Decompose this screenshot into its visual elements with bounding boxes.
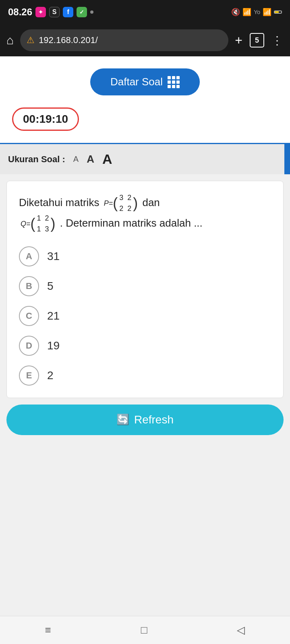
option-a[interactable]: A 31 <box>19 246 271 266</box>
signal-icon: Yo <box>254 9 260 15</box>
mute-icon: 🔇 <box>231 8 240 17</box>
tabs-button[interactable]: 5 <box>250 33 264 47</box>
status-left: 08.26 ✦ S f ✓ <box>8 6 93 18</box>
option-d-text: 19 <box>47 339 60 352</box>
font-size-medium-button[interactable]: A <box>87 153 94 165</box>
url-bar[interactable]: ⚠ 192.168.0.201/ <box>20 29 228 51</box>
option-b-circle: B <box>19 276 39 296</box>
new-tab-button[interactable]: + <box>235 33 242 48</box>
question-card: Diketahui matriks P= ( 3 2 2 2 ) dan Q= … <box>6 181 284 398</box>
refresh-button[interactable]: 🔄 Refresh <box>6 405 284 435</box>
nav-home-button[interactable]: □ <box>141 624 147 636</box>
green-icon: ✓ <box>77 7 87 17</box>
font-size-label: Ukuran Soal : <box>8 154 65 165</box>
option-a-circle: A <box>19 246 39 266</box>
nav-back-button[interactable]: ◁ <box>237 624 245 636</box>
matrix-p-right-bracket: ) <box>133 196 138 211</box>
font-size-bar-wrapper: Ukuran Soal : A A A <box>0 143 290 174</box>
daftar-soal-button[interactable]: Daftar Soal <box>90 68 200 95</box>
option-e-text: 2 <box>47 369 54 382</box>
option-a-text: 31 <box>47 250 60 263</box>
matrix-p-left-bracket: ( <box>113 196 118 211</box>
nav-menu-button[interactable]: ≡ <box>45 624 51 636</box>
menu-button[interactable]: ⋮ <box>271 34 284 47</box>
option-c-circle: C <box>19 306 39 326</box>
wifi-icon: 📶 <box>242 8 251 17</box>
bottom-nav: ≡ □ ◁ <box>0 616 290 644</box>
grid-icon <box>168 76 180 88</box>
browser-bar: ⌂ ⚠ 192.168.0.201/ + 5 ⋮ <box>0 24 290 56</box>
options-list: A 31 B 5 C 21 D 19 E 2 <box>19 246 271 386</box>
s-icon: S <box>49 7 60 17</box>
matrix-p-label: P= <box>104 197 113 210</box>
refresh-icon: 🔄 <box>116 413 129 426</box>
option-d-circle: D <box>19 336 39 356</box>
refresh-label: Refresh <box>134 413 174 426</box>
status-time: 08.26 <box>8 6 32 18</box>
question-suffix: . Determinan matriks adalah ... <box>60 217 203 229</box>
matrix-q-right-bracket: ) <box>51 217 56 231</box>
font-size-large-button[interactable]: A <box>102 151 112 167</box>
daftar-soal-label: Daftar Soal <box>110 76 163 88</box>
pink-app-icon: ✦ <box>35 7 46 17</box>
home-button[interactable]: ⌂ <box>6 33 14 47</box>
status-right: 🔇 📶 Yo 📶 <box>231 8 282 17</box>
matrix-q-left-bracket: ( <box>31 217 35 231</box>
option-b-text: 5 <box>47 280 54 293</box>
matrix-p-content: 3 2 2 2 <box>118 193 133 214</box>
matrix-q-content: 1 2 1 3 <box>35 214 51 234</box>
option-d[interactable]: D 19 <box>19 336 271 356</box>
warning-icon: ⚠ <box>27 35 35 45</box>
url-text: 192.168.0.201/ <box>39 35 98 45</box>
matrix-p: P= ( 3 2 2 2 ) <box>104 193 138 214</box>
question-and: dan <box>142 196 160 208</box>
option-e-circle: E <box>19 365 39 386</box>
browser-actions: + 5 ⋮ <box>235 33 284 48</box>
matrix-q: Q= ( 1 2 1 3 ) <box>21 214 56 234</box>
blue-accent-bar <box>284 143 290 174</box>
battery-icon <box>274 10 282 14</box>
option-c-text: 21 <box>47 310 60 322</box>
page-content: Daftar Soal 00:19:10 Ukuran Soal : A A A <box>0 56 290 644</box>
notification-dot <box>90 10 93 14</box>
option-c[interactable]: C 21 <box>19 306 271 326</box>
matrix-q-label: Q= <box>21 218 31 230</box>
question-intro: Diketahui matriks <box>19 196 102 208</box>
font-size-bar: Ukuran Soal : A A A <box>0 143 290 174</box>
option-b[interactable]: B 5 <box>19 276 271 296</box>
signal-bars-icon: 📶 <box>263 8 271 17</box>
status-bar: 08.26 ✦ S f ✓ 🔇 📶 Yo 📶 <box>0 0 290 24</box>
facebook-icon: f <box>63 7 73 17</box>
font-size-small-button[interactable]: A <box>73 155 79 164</box>
top-section: Daftar Soal 00:19:10 <box>0 56 290 143</box>
question-text: Diketahui matriks P= ( 3 2 2 2 ) dan Q= … <box>19 193 271 234</box>
timer-badge: 00:19:10 <box>12 107 79 131</box>
timer-text: 00:19:10 <box>23 113 68 125</box>
option-e[interactable]: E 2 <box>19 365 271 386</box>
